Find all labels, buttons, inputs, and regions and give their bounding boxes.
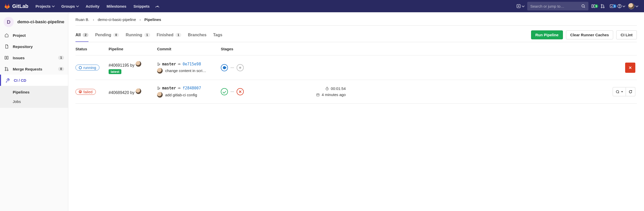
crumb-owner[interactable]: Ruan B. xyxy=(75,17,89,22)
tab-pending[interactable]: Pending 0 xyxy=(95,30,119,42)
performance-bar-icon[interactable] xyxy=(154,3,161,10)
doc-icon xyxy=(4,44,9,49)
cancel-pipeline-button[interactable] xyxy=(625,63,635,73)
tab-branches[interactable]: Branches xyxy=(188,30,207,42)
retry-pipeline-button[interactable] xyxy=(626,87,635,96)
project-header[interactable]: D demo-ci-basic-pipeline xyxy=(0,12,68,30)
sidebar-item-cicd[interactable]: CI / CD xyxy=(0,75,68,86)
nav-snippets[interactable]: Snippets xyxy=(131,2,153,10)
svg-rect-10 xyxy=(5,56,6,59)
help-dropdown[interactable] xyxy=(617,4,625,8)
home-icon xyxy=(4,33,9,38)
brand[interactable]: GitLab xyxy=(4,3,28,9)
commit-message[interactable]: change content in scri… xyxy=(165,68,206,73)
svg-point-19 xyxy=(179,64,180,65)
svg-point-5 xyxy=(601,7,602,8)
clear-runner-caches-button[interactable]: Clear Runner Caches xyxy=(566,30,613,39)
help-icon xyxy=(617,4,622,8)
pipeline-row: running #40691195 by latest master 0e715… xyxy=(75,55,637,80)
tab-tags[interactable]: Tags xyxy=(213,30,222,42)
status-label: running xyxy=(83,65,96,70)
tab-all[interactable]: All 2 xyxy=(75,30,88,42)
sidebar-sub-jobs[interactable]: Jobs xyxy=(0,97,68,106)
author-avatar-icon[interactable] xyxy=(157,92,163,98)
status-badge[interactable]: failed xyxy=(75,89,96,95)
svg-point-13 xyxy=(5,70,6,71)
todos-shortcut[interactable]: 1 xyxy=(608,4,616,8)
svg-rect-11 xyxy=(7,56,8,59)
search-icon xyxy=(581,4,585,8)
pipeline-scope-tabs: All 2 Pending 0 Running 1 Finished 1 Bra… xyxy=(75,30,222,42)
table-header: Status Pipeline Commit Stages xyxy=(75,42,637,55)
stage-pending-icon[interactable] xyxy=(237,64,244,71)
top-nav: GitLab Projects Groups Activity Mileston… xyxy=(0,0,644,12)
branch-icon xyxy=(157,62,161,66)
chevron-right-icon: › xyxy=(93,17,94,22)
nav-activity[interactable]: Activity xyxy=(83,2,102,10)
latest-badge: latest xyxy=(109,69,121,74)
merge-request-icon xyxy=(4,66,9,72)
chevron-down-icon xyxy=(635,4,638,7)
branch-icon xyxy=(157,86,161,90)
calendar-icon xyxy=(316,93,320,97)
triggerer-avatar-icon[interactable] xyxy=(136,61,141,67)
nav-projects[interactable]: Projects xyxy=(32,2,57,10)
ci-lint-button[interactable]: CI Lint xyxy=(616,30,637,39)
svg-rect-2 xyxy=(592,5,593,8)
sidebar-item-repository[interactable]: Repository xyxy=(0,41,68,52)
nav-groups[interactable]: Groups xyxy=(58,2,82,10)
issues-shortcut[interactable]: 1 xyxy=(589,4,598,8)
status-badge[interactable]: running xyxy=(75,65,99,71)
pipeline-stages xyxy=(221,88,302,95)
timer-icon xyxy=(325,87,329,90)
chevron-down-icon xyxy=(522,4,524,7)
svg-point-16 xyxy=(158,63,159,63)
search-box[interactable] xyxy=(527,2,588,10)
new-dropdown[interactable] xyxy=(514,4,526,8)
tab-count: 1 xyxy=(144,33,150,37)
todos-count-badge: 1 xyxy=(613,4,616,8)
chevron-down-icon xyxy=(621,91,623,92)
nav-milestones[interactable]: Milestones xyxy=(104,2,130,10)
svg-point-21 xyxy=(158,89,159,90)
tab-running[interactable]: Running 1 xyxy=(126,30,150,42)
sidebar: D demo-ci-basic-pipeline Project Reposit… xyxy=(0,12,68,211)
stage-running-icon[interactable] xyxy=(221,64,228,71)
user-menu[interactable] xyxy=(626,3,640,9)
sidebar-item-merge-requests[interactable]: Merge Requests 0 xyxy=(0,63,68,75)
stage-connector xyxy=(230,67,234,68)
tab-label: Pending xyxy=(95,33,111,37)
triggerer-avatar-icon[interactable] xyxy=(136,88,141,94)
pipeline-id-link[interactable]: #40689420 xyxy=(109,90,129,95)
close-icon xyxy=(629,66,632,69)
tab-count: 0 xyxy=(113,33,119,37)
chevron-down-icon xyxy=(52,4,55,7)
nav-projects-label: Projects xyxy=(35,4,50,8)
pipeline-id-link[interactable]: #40691195 xyxy=(109,63,129,67)
run-pipeline-button[interactable]: Run Pipeline xyxy=(531,30,563,39)
pipeline-stages xyxy=(221,64,302,71)
author-avatar-icon[interactable] xyxy=(157,68,163,74)
stage-failed-icon[interactable] xyxy=(237,88,244,95)
crumb-project[interactable]: demo-ci-basic-pipeline xyxy=(98,17,136,22)
sidebar-item-project[interactable]: Project xyxy=(0,30,68,41)
merge-requests-shortcut[interactable] xyxy=(599,4,607,8)
branch-link[interactable]: master xyxy=(162,86,176,90)
commit-message[interactable]: add gitlab-ci config xyxy=(165,93,197,97)
sidebar-sub-pipelines[interactable]: Pipelines xyxy=(0,87,68,97)
project-avatar-icon: D xyxy=(4,17,14,27)
stage-success-icon[interactable] xyxy=(221,88,228,95)
issues-count-badge: 1 xyxy=(595,4,598,8)
sidebar-item-label: Repository xyxy=(13,44,33,49)
by-text: by xyxy=(130,63,136,67)
search-input[interactable] xyxy=(530,4,581,8)
tab-label: Tags xyxy=(213,33,222,37)
manual-actions-dropdown[interactable] xyxy=(613,87,626,96)
tab-finished[interactable]: Finished 1 xyxy=(157,30,181,42)
chevron-down-icon xyxy=(76,4,79,7)
sidebar-item-label: Merge Requests xyxy=(13,67,42,71)
commit-sha-link[interactable]: 0e715e98 xyxy=(183,62,201,66)
sidebar-item-issues[interactable]: Issues 1 xyxy=(0,52,68,63)
branch-link[interactable]: master xyxy=(162,62,176,66)
commit-sha-link[interactable]: f2848007 xyxy=(183,86,201,90)
